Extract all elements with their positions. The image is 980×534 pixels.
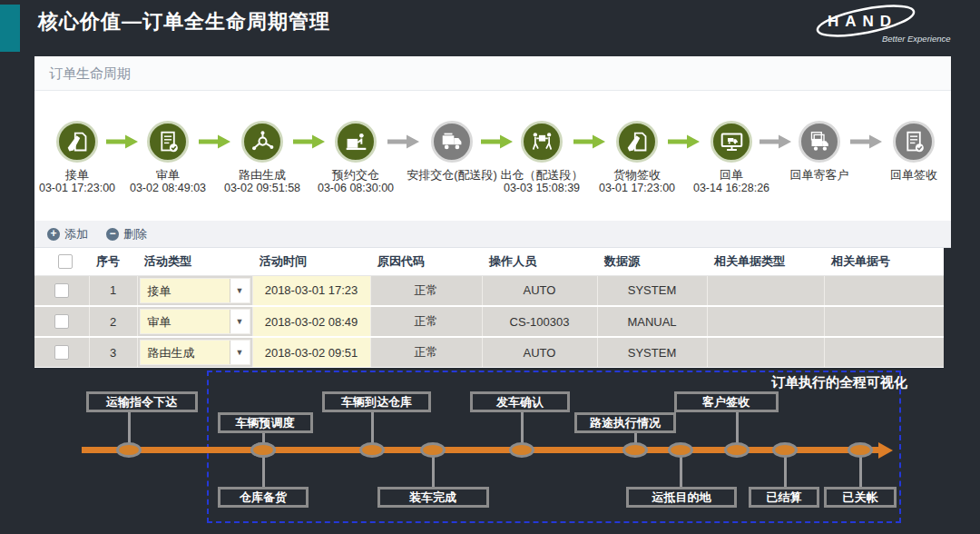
footer-timeline-section: 订单执行的全程可视化 运输指令下达车辆预调度仓库备货车辆到达仓库装车完成发车确认… bbox=[0, 368, 980, 534]
milestone-connector bbox=[859, 453, 862, 487]
milestone-connector bbox=[432, 453, 435, 487]
plus-circle-icon: + bbox=[47, 228, 60, 241]
footer-caption: 订单执行的全程可视化 bbox=[762, 374, 916, 391]
seq-cell: 3 bbox=[89, 337, 137, 368]
doc-no-cell bbox=[824, 275, 944, 306]
column-header: 活动时间 bbox=[252, 248, 370, 275]
top-bar: 核心价值—订单全生命周期管理 HAND Better Experience bbox=[0, 0, 980, 56]
activity-table: 序号活动类型活动时间原因代码操作人员数据源相关单据类型相关单据号1接单▼2018… bbox=[34, 248, 944, 369]
stage-timestamp: 03-01 17:23:00 bbox=[39, 182, 115, 194]
select-value: 接单 bbox=[141, 279, 230, 302]
stage-flow: 接单03-01 17:23:00审单03-02 08:49:03路由生成03-0… bbox=[34, 91, 951, 221]
row-checkbox[interactable] bbox=[54, 283, 69, 298]
activity-type-cell: 路由生成▼ bbox=[137, 337, 252, 368]
stage-label: 回单签收 bbox=[890, 167, 937, 183]
seq-cell: 1 bbox=[89, 275, 137, 306]
activity-type-cell: 接单▼ bbox=[137, 275, 252, 306]
flow-arrow-icon bbox=[850, 133, 883, 154]
timeline-node bbox=[116, 442, 142, 458]
table-row[interactable]: 1接单▼2018-03-01 17:23正常AUTOSYSTEM bbox=[34, 275, 944, 306]
select-value: 审单 bbox=[141, 310, 230, 333]
milestone-label: 客户签收 bbox=[674, 391, 779, 412]
doc-no-cell bbox=[824, 337, 944, 368]
chevron-down-icon[interactable]: ▼ bbox=[230, 279, 250, 302]
timeline-node bbox=[772, 442, 798, 458]
hand-logo: HAND Better Experience bbox=[806, 2, 951, 53]
milestone-label: 运输指令下达 bbox=[86, 391, 198, 412]
doc-type-cell bbox=[707, 275, 824, 306]
timeline-node bbox=[509, 442, 534, 458]
source-cell: SYSTEM bbox=[597, 275, 707, 306]
page-title: 核心价值—订单全生命周期管理 bbox=[38, 8, 330, 35]
chevron-down-icon[interactable]: ▼ bbox=[230, 341, 250, 364]
doc-type-cell bbox=[707, 306, 824, 337]
timeline-node bbox=[668, 442, 693, 458]
activity-type-select[interactable]: 审单▼ bbox=[141, 310, 250, 333]
order-lifecycle-panel: 订单生命周期 接单03-01 17:23:00审单03-02 08:49:03路… bbox=[34, 56, 951, 368]
delete-button[interactable]: − 删除 bbox=[106, 226, 147, 242]
timeline-node bbox=[848, 442, 873, 458]
select-all-checkbox[interactable] bbox=[58, 254, 73, 269]
reason-cell: 正常 bbox=[370, 275, 482, 306]
stage-timestamp: 03-02 08:49:03 bbox=[130, 182, 206, 194]
activity-type-select[interactable]: 接单▼ bbox=[141, 279, 250, 302]
chevron-down-icon[interactable]: ▼ bbox=[230, 310, 250, 333]
stage-timestamp: 03-03 15:08:39 bbox=[504, 182, 580, 194]
milestone-label: 装车完成 bbox=[377, 487, 489, 508]
timeline-line bbox=[82, 447, 880, 453]
carry-icon bbox=[521, 121, 563, 163]
doc-type-cell bbox=[707, 337, 824, 368]
milestone-connector bbox=[262, 453, 265, 487]
timeline-node bbox=[420, 442, 446, 458]
table-toolbar: + 添加 − 删除 bbox=[34, 221, 951, 248]
flow-arrow-icon bbox=[106, 133, 139, 154]
panel-title: 订单生命周期 bbox=[34, 56, 951, 91]
select-value: 路由生成 bbox=[141, 341, 230, 364]
activity-type-select[interactable]: 路由生成▼ bbox=[141, 341, 250, 364]
timeline-node bbox=[622, 442, 648, 458]
stage-timestamp: 03-06 08:30:00 bbox=[318, 182, 394, 194]
teal-accent-block bbox=[0, 5, 20, 52]
timeline-node bbox=[250, 442, 276, 458]
source-cell: MANUAL bbox=[597, 306, 707, 337]
timeline-arrowhead-icon bbox=[878, 442, 893, 459]
table-row[interactable]: 3路由生成▼2018-03-02 09:51正常AUTOSYSTEM bbox=[34, 337, 944, 368]
logo-tagline: Better Experience bbox=[882, 34, 951, 44]
flow-arrow-icon bbox=[293, 133, 326, 154]
milestone-label: 车辆到达仓库 bbox=[322, 391, 431, 412]
table-row[interactable]: 2审单▼2018-03-02 08:49正常CS-100303MANUAL bbox=[34, 306, 944, 337]
row-checkbox[interactable] bbox=[54, 314, 69, 329]
flow-arrow-icon bbox=[199, 133, 231, 154]
doc-no-cell bbox=[824, 306, 944, 337]
route-icon bbox=[241, 121, 283, 163]
reason-cell: 正常 bbox=[370, 337, 482, 368]
column-header: 操作人员 bbox=[482, 248, 597, 275]
pencil-doc-icon bbox=[616, 121, 658, 163]
activity-time-cell[interactable]: 2018-03-02 09:51 bbox=[252, 337, 370, 368]
milestone-label: 发车确认 bbox=[470, 391, 570, 412]
operator-cell: CS-100303 bbox=[482, 306, 597, 337]
flow-arrow-icon bbox=[387, 133, 420, 154]
pencil-doc-icon bbox=[56, 121, 98, 163]
table-scrollbar-track[interactable] bbox=[944, 248, 951, 368]
seq-cell: 2 bbox=[89, 306, 137, 337]
flow-arrow-icon bbox=[668, 133, 701, 154]
column-header: 相关单据号 bbox=[824, 248, 944, 275]
stage-timestamp: 03-14 16:28:26 bbox=[693, 182, 769, 194]
row-checkbox[interactable] bbox=[54, 345, 69, 360]
column-header: 数据源 bbox=[597, 248, 707, 275]
milestone-label: 路途执行情况 bbox=[574, 412, 676, 433]
milestone-label: 仓库备货 bbox=[218, 487, 309, 508]
flow-arrow-icon bbox=[760, 133, 792, 154]
doc-check-icon bbox=[147, 121, 189, 163]
trucks-stack-icon bbox=[799, 121, 840, 163]
activity-time-cell[interactable]: 2018-03-01 17:23 bbox=[252, 275, 370, 306]
reason-cell: 正常 bbox=[370, 306, 482, 337]
operator-cell: AUTO bbox=[482, 275, 597, 306]
activity-time-cell[interactable]: 2018-03-02 08:49 bbox=[252, 306, 370, 337]
timeline-node bbox=[724, 442, 750, 458]
add-button[interactable]: + 添加 bbox=[47, 226, 88, 242]
stage-label: 安排交仓(配送段) bbox=[407, 167, 497, 183]
truck-icon bbox=[431, 121, 473, 163]
column-header: 原因代码 bbox=[370, 248, 482, 275]
